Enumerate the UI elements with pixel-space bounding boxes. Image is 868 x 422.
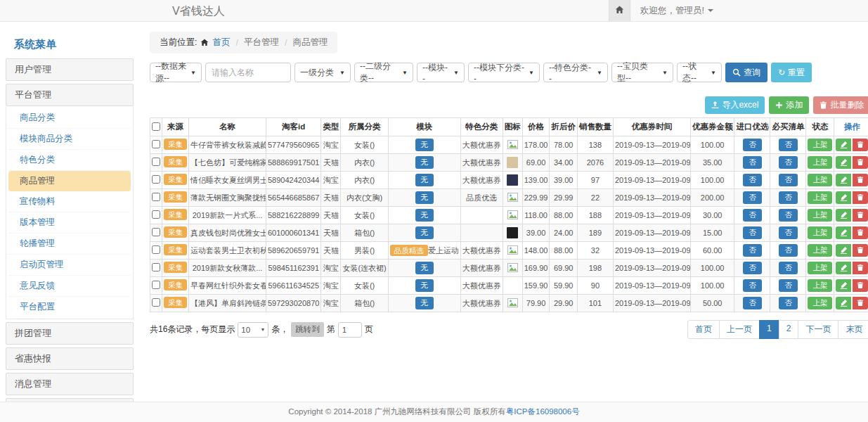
per-page-select[interactable]: 10▼ bbox=[238, 322, 268, 338]
row-checkbox[interactable] bbox=[152, 281, 160, 289]
status-button[interactable]: 上架 bbox=[808, 139, 832, 151]
sidebar-subitem-商品管理[interactable]: 商品管理 bbox=[8, 171, 131, 191]
status-button[interactable]: 上架 bbox=[808, 297, 832, 309]
import-choice-toggle[interactable]: 否 bbox=[743, 226, 762, 239]
module-badge[interactable]: 无 bbox=[415, 174, 434, 186]
module-badge[interactable]: 无 bbox=[415, 156, 434, 169]
import-choice-toggle[interactable]: 否 bbox=[743, 191, 762, 204]
edit-button[interactable] bbox=[836, 139, 851, 151]
must-buy-toggle[interactable]: 否 bbox=[779, 226, 798, 239]
filter-select-1[interactable]: 一级分类▼ bbox=[294, 63, 351, 82]
must-buy-toggle[interactable]: 否 bbox=[779, 139, 798, 151]
delete-button[interactable] bbox=[853, 139, 868, 151]
module-badge[interactable]: 无 bbox=[415, 209, 434, 222]
breadcrumb-home-link[interactable]: 首页 bbox=[212, 37, 230, 49]
filter-select-2[interactable]: --二级分类--▼ bbox=[354, 63, 413, 82]
status-button[interactable]: 上架 bbox=[808, 191, 832, 204]
page-link-末页[interactable]: 末页 bbox=[838, 320, 868, 339]
import-choice-toggle[interactable]: 否 bbox=[743, 209, 762, 222]
delete-button[interactable] bbox=[853, 191, 868, 204]
row-checkbox[interactable] bbox=[152, 193, 160, 201]
edit-button[interactable] bbox=[836, 244, 851, 257]
edit-button[interactable] bbox=[836, 297, 851, 309]
sidebar-subitem-商品分类[interactable]: 商品分类 bbox=[8, 108, 131, 129]
edit-button[interactable] bbox=[836, 191, 851, 204]
must-buy-toggle[interactable]: 否 bbox=[779, 191, 798, 204]
batch-delete-button[interactable]: 批量删除 bbox=[813, 96, 868, 114]
sidebar-subitem-轮播管理[interactable]: 轮播管理 bbox=[8, 234, 131, 255]
row-checkbox[interactable] bbox=[152, 158, 160, 166]
import-choice-toggle[interactable]: 否 bbox=[743, 156, 762, 169]
status-button[interactable]: 上架 bbox=[808, 262, 832, 274]
module-badge[interactable]: 无 bbox=[415, 297, 434, 309]
import-excel-button[interactable]: 导入excel bbox=[705, 96, 765, 114]
status-button[interactable]: 上架 bbox=[808, 209, 832, 222]
filter-select-7[interactable]: --状态--▼ bbox=[677, 63, 722, 82]
edit-button[interactable] bbox=[836, 262, 851, 274]
sidebar-item-拼团管理[interactable]: 拼团管理 bbox=[6, 322, 134, 345]
import-choice-toggle[interactable]: 否 bbox=[743, 279, 762, 292]
must-buy-toggle[interactable]: 否 bbox=[779, 209, 798, 222]
row-checkbox[interactable] bbox=[152, 298, 160, 307]
page-link-上一页[interactable]: 上一页 bbox=[719, 320, 760, 339]
sidebar-item-消息管理[interactable]: 消息管理 bbox=[6, 373, 134, 395]
import-choice-toggle[interactable]: 否 bbox=[743, 244, 762, 257]
delete-button[interactable] bbox=[853, 244, 868, 257]
filter-select-6[interactable]: --宝贝类型--▼ bbox=[611, 63, 673, 82]
status-button[interactable]: 上架 bbox=[808, 156, 832, 169]
jump-to-button[interactable]: 跳转到 bbox=[291, 322, 324, 337]
add-button[interactable]: 添加 bbox=[769, 96, 809, 114]
import-choice-toggle[interactable]: 否 bbox=[743, 139, 762, 151]
sidebar-subitem-意见反馈[interactable]: 意见反馈 bbox=[8, 276, 131, 297]
page-link-1[interactable]: 1 bbox=[759, 320, 779, 339]
sidebar-subitem-模块商品分类[interactable]: 模块商品分类 bbox=[8, 129, 131, 150]
sidebar-item-省惠快报[interactable]: 省惠快报 bbox=[6, 347, 134, 370]
status-button[interactable]: 上架 bbox=[808, 279, 832, 292]
module-badge[interactable]: 无 bbox=[415, 191, 434, 204]
sidebar-subitem-版本管理[interactable]: 版本管理 bbox=[8, 212, 131, 234]
import-choice-toggle[interactable]: 否 bbox=[743, 262, 762, 274]
page-link-下一页[interactable]: 下一页 bbox=[798, 320, 838, 339]
page-number-input[interactable] bbox=[338, 322, 362, 338]
row-checkbox[interactable] bbox=[152, 245, 160, 254]
status-button[interactable]: 上架 bbox=[808, 174, 832, 186]
reset-button[interactable]: ↻重置 bbox=[771, 63, 812, 82]
import-choice-toggle[interactable]: 否 bbox=[743, 174, 762, 186]
icp-link[interactable]: 粤ICP备16098006号 bbox=[506, 407, 580, 416]
module-badge[interactable]: 品质精选 bbox=[390, 245, 428, 256]
edit-button[interactable] bbox=[836, 279, 851, 292]
status-button[interactable]: 上架 bbox=[808, 226, 832, 239]
filter-select-4[interactable]: --模块下分类--▼ bbox=[468, 63, 540, 82]
edit-button[interactable] bbox=[836, 226, 851, 239]
delete-button[interactable] bbox=[853, 156, 868, 169]
sidebar-item-用户管理[interactable]: 用户管理 bbox=[6, 58, 134, 81]
row-checkbox[interactable] bbox=[152, 175, 160, 184]
sidebar-subitem-宣传物料[interactable]: 宣传物料 bbox=[8, 191, 131, 212]
delete-button[interactable] bbox=[853, 226, 868, 239]
edit-button[interactable] bbox=[836, 209, 851, 222]
user-menu[interactable]: 欢迎您，管理员! bbox=[640, 5, 713, 17]
sidebar-subitem-平台配置[interactable]: 平台配置 bbox=[8, 297, 131, 317]
filter-select-3[interactable]: --模块--▼ bbox=[417, 63, 465, 82]
delete-button[interactable] bbox=[853, 209, 868, 222]
module-badge[interactable]: 无 bbox=[415, 226, 434, 239]
delete-button[interactable] bbox=[853, 297, 868, 309]
select-all-checkbox[interactable] bbox=[152, 122, 160, 131]
module-badge[interactable]: 无 bbox=[415, 279, 434, 292]
filter-select-5[interactable]: --特色分类--▼ bbox=[543, 63, 608, 82]
edit-button[interactable] bbox=[836, 174, 851, 186]
page-link-首页[interactable]: 首页 bbox=[687, 320, 720, 339]
delete-button[interactable] bbox=[853, 174, 868, 186]
row-checkbox[interactable] bbox=[152, 140, 160, 148]
import-choice-toggle[interactable]: 否 bbox=[743, 297, 762, 309]
must-buy-toggle[interactable]: 否 bbox=[779, 279, 798, 292]
must-buy-toggle[interactable]: 否 bbox=[779, 297, 798, 309]
must-buy-toggle[interactable]: 否 bbox=[779, 262, 798, 274]
module-badge[interactable]: 无 bbox=[415, 139, 434, 151]
delete-button[interactable] bbox=[853, 262, 868, 274]
data-source-select[interactable]: --数据来源--▼ bbox=[150, 63, 202, 82]
row-checkbox[interactable] bbox=[152, 210, 160, 219]
delete-button[interactable] bbox=[853, 279, 868, 292]
sidebar-item-平台管理[interactable]: 平台管理 bbox=[6, 84, 134, 106]
row-checkbox[interactable] bbox=[152, 228, 160, 236]
